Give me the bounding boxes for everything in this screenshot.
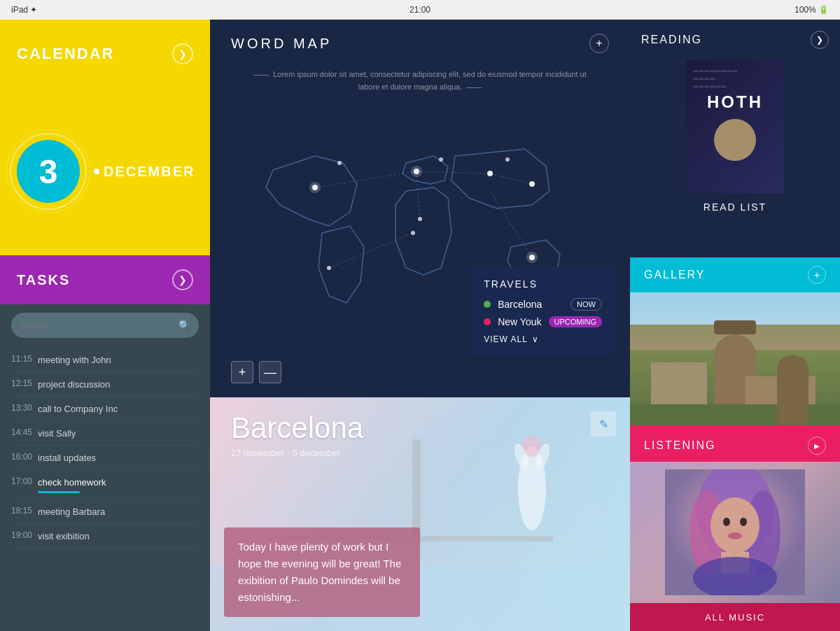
barcelona-note: Today I have plenty of work but I hope t… <box>224 527 420 617</box>
svg-marker-4 <box>451 149 550 208</box>
tower-top <box>714 320 756 334</box>
travel-dot-newyork <box>484 318 491 325</box>
task-item[interactable]: 12:15 project discussion <box>11 372 199 397</box>
status-right: 100% 🔋 <box>794 5 829 15</box>
task-text: meeting Barbara <box>38 506 105 517</box>
travel-dot-barcelona <box>484 301 491 308</box>
task-item[interactable]: 11:15 meeting with John <box>11 348 199 372</box>
tasks-body: 🔍 11:15 meeting with John 12:15 project … <box>0 304 210 631</box>
travels-title: TRAVELS <box>484 278 602 290</box>
search-bar[interactable]: 🔍 <box>11 313 199 338</box>
svg-line-8 <box>416 171 420 219</box>
play-icon: ▶ <box>814 442 820 450</box>
tasks-arrow-button[interactable]: ❯ <box>172 269 193 290</box>
buildings <box>630 308 840 425</box>
svg-line-6 <box>315 171 416 187</box>
task-text: install updates <box>38 453 96 463</box>
wordmap-title: WORD MAP <box>231 36 332 52</box>
task-text: visit exibition <box>38 531 90 541</box>
svg-point-25 <box>526 252 538 263</box>
calendar-body: 3 DECEMBER <box>0 87 210 255</box>
view-all-button[interactable]: VIEW ALL ∨ <box>484 334 602 344</box>
svg-point-52 <box>728 532 742 539</box>
listening-section: LISTENING ▶ <box>630 425 840 631</box>
task-time: 16:00 <box>11 452 38 462</box>
calendar-day-number: 3 <box>39 153 58 191</box>
svg-point-14 <box>487 171 493 176</box>
chevron-down-icon: ❯ <box>178 48 187 59</box>
arrow-right-icon: ❯ <box>178 274 187 285</box>
travel-name-newyork: New Youk <box>498 316 541 327</box>
artist-photo <box>630 462 840 603</box>
reading-chevron-button[interactable]: ❯ <box>811 31 829 49</box>
task-text: call to Company Inc <box>38 404 118 414</box>
gallery-title: GALLERY <box>644 269 706 281</box>
barcelona-note-text: Today I have plenty of work but I hope t… <box>238 539 406 606</box>
map-controls: + — <box>231 361 281 383</box>
task-item[interactable]: 14:45 visit Sally <box>11 421 199 446</box>
tower-right <box>777 355 808 425</box>
travel-item-barcelona: Barcelona NOW <box>484 298 602 311</box>
plus-icon-gallery: + <box>814 269 820 281</box>
calendar-title: CALENDAR <box>17 45 114 63</box>
task-text: visit Sally <box>38 428 76 439</box>
task-time: 17:00 <box>11 476 38 486</box>
barcelona-content: Barcelona 27 november - 5 december <box>231 411 363 458</box>
search-icon: 🔍 <box>178 320 190 331</box>
status-bar: iPad ✦ 21:00 100% 🔋 <box>0 0 840 20</box>
edit-button[interactable]: ✎ <box>591 411 616 437</box>
wordmap-subtitle: Lorem ipsum dolor sit amet, consectetur … <box>210 69 630 93</box>
svg-point-16 <box>418 217 422 221</box>
status-time: 21:00 <box>410 5 430 15</box>
all-music-label: ALL MUSIC <box>705 612 765 623</box>
task-item[interactable]: 17:00 check homework <box>11 470 199 499</box>
wordmap-header: WORD MAP + <box>210 20 630 67</box>
svg-marker-1 <box>318 226 364 303</box>
task-list: 11:15 meeting with John 12:15 project di… <box>11 348 199 548</box>
travel-badge-now: NOW <box>570 298 602 311</box>
svg-marker-3 <box>396 187 451 275</box>
barcelona-dates: 27 november - 5 december <box>231 448 363 458</box>
decorative-figure <box>490 418 574 547</box>
search-input[interactable] <box>20 320 173 331</box>
task-item[interactable]: 16:00 install updates <box>11 446 199 470</box>
right-column: READING ❯ ══════════════════ HOTH READ L… <box>630 20 840 631</box>
svg-point-17 <box>327 266 331 270</box>
plus-icon: + <box>596 37 602 50</box>
svg-point-50 <box>723 518 730 526</box>
all-music-bar[interactable]: ALL MUSIC <box>630 603 840 631</box>
travel-item-newyork: New Youk UPCOMING <box>484 316 602 327</box>
barcelona-city-name: Barcelona <box>231 411 363 445</box>
wordmap-plus-button[interactable]: + <box>589 34 609 53</box>
task-time: 13:30 <box>11 403 38 413</box>
task-item[interactable]: 18:15 meeting Barbara <box>11 499 199 524</box>
wordmap-section: WORD MAP + Lorem ipsum dolor sit amet, c… <box>210 20 630 397</box>
task-text: project discussion <box>38 379 110 390</box>
tasks-header[interactable]: TASKS ❯ <box>0 255 210 304</box>
listening-title: LISTENING <box>644 439 715 452</box>
listening-play-button[interactable]: ▶ <box>808 437 826 455</box>
tasks-title: TASKS <box>17 272 70 288</box>
task-progress-bar <box>38 491 80 493</box>
ground <box>630 404 840 425</box>
map-zoom-out[interactable]: — <box>259 361 281 383</box>
svg-line-10 <box>329 233 413 268</box>
svg-point-22 <box>505 157 510 162</box>
view-all-label: VIEW ALL <box>484 334 528 344</box>
task-item[interactable]: 19:00 visit exibition <box>11 524 199 548</box>
middle-column: WORD MAP + Lorem ipsum dolor sit amet, c… <box>210 20 630 631</box>
svg-line-9 <box>490 173 532 184</box>
task-time: 11:15 <box>11 354 38 364</box>
map-zoom-in[interactable]: + <box>231 361 253 383</box>
calendar-chevron-button[interactable]: ❯ <box>172 43 193 64</box>
book-circle <box>714 119 756 161</box>
chevron-down-icon-travels: ∨ <box>532 334 539 344</box>
svg-point-24 <box>411 166 422 177</box>
task-text: meeting with John <box>38 355 111 365</box>
task-item[interactable]: 13:30 call to Company Inc <box>11 397 199 421</box>
gallery-plus-button[interactable]: + <box>808 266 826 284</box>
svg-point-51 <box>740 518 747 526</box>
svg-point-15 <box>529 181 535 187</box>
gallery-section: GALLERY + <box>630 257 840 425</box>
travel-name-barcelona: Barcelona <box>498 299 564 310</box>
